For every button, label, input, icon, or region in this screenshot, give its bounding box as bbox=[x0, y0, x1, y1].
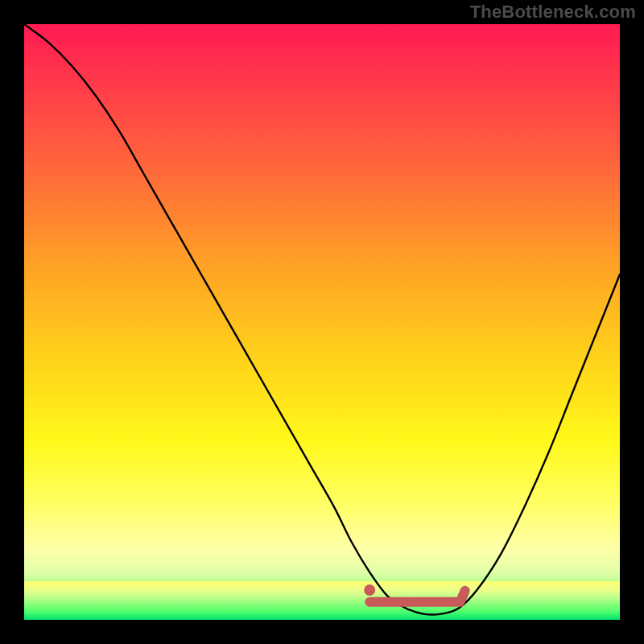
chart-frame: TheBottleneck.com bbox=[0, 0, 644, 644]
chart-svg bbox=[24, 24, 620, 620]
watermark-text: TheBottleneck.com bbox=[470, 2, 636, 23]
optimal-start-dot bbox=[364, 584, 375, 596]
plot-area bbox=[24, 24, 620, 620]
bottleneck-curve-path bbox=[24, 24, 620, 615]
